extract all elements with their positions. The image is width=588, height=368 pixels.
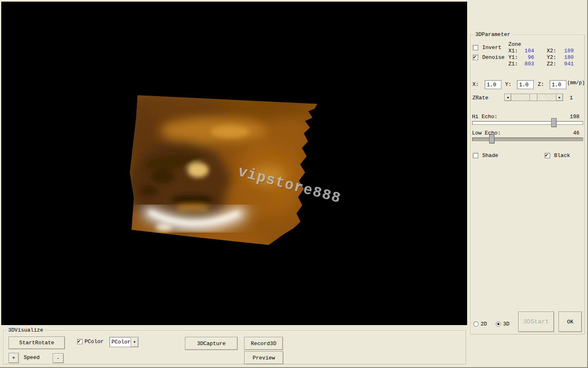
zone-y2-label: Y2: [547,54,556,61]
capture-button[interactable]: 3DCapture [185,337,238,350]
zone-x1-value: 104 [518,48,534,54]
param-groupbox: 3DParameter ✔ Invert ✔ Denoise Zone X1: … [470,35,585,334]
zone-z1-value: 803 [518,61,534,67]
ok-button[interactable]: OK [559,312,582,332]
zrate-left-arrow-icon[interactable]: ◄ [504,94,511,101]
low-echo-label: Low Echo: [472,130,501,136]
invert-checkbox[interactable]: ✔ [473,45,478,50]
start-rotate-button[interactable]: StartRotate [9,337,65,349]
denoise-label: Denoise [482,54,505,61]
x-scale-input[interactable] [485,80,501,89]
denoise-checkbox[interactable]: ✔ [473,55,478,60]
y-scale-label: Y: [505,81,512,88]
chevron-down-icon[interactable]: ▼ [131,337,138,347]
render-viewport[interactable]: vipstore888 [1,2,467,325]
ultrasound-volume [1,2,467,325]
zone-x1-label: X1: [508,48,518,54]
zrate-label: ZRate [472,95,488,101]
low-echo-thumb[interactable] [489,135,494,144]
check-icon: ✔ [473,54,476,60]
zone-x2-value: 189 [557,48,574,54]
scale-unit-label: (mm/p) [567,80,585,86]
pcolor-dropdown-value: PColor [110,339,131,345]
y-scale-input[interactable] [517,80,534,89]
pcolor-checkbox[interactable]: ✔ [77,339,82,344]
visualize-title: 3DVisualize [7,327,45,334]
record-button[interactable]: Record3D [244,337,283,350]
black-label: Black [554,153,570,159]
app-window: vipstore888 3DParameter ✔ Invert ✔ Denoi… [0,0,588,368]
zone-z2-value: 941 [557,61,574,67]
zone-y1-value: 96 [518,54,534,61]
hi-echo-track[interactable] [472,121,583,125]
zone-z2-label: Z2: [547,61,556,67]
zone-z1-label: Z1: [508,61,518,67]
z-scale-input[interactable] [550,80,566,89]
visualize-groupbox: 3DVisualize StartRotate + Speed - ✔ PCol… [3,330,466,364]
zone-y1-label: Y1: [508,54,518,61]
start3d-button[interactable]: 3DStart [518,312,554,332]
zone-y2-value: 180 [557,54,574,61]
check-icon: ✔ [78,338,80,344]
shade-checkbox[interactable]: ✔ [473,153,478,158]
preview-button[interactable]: Preview [244,351,283,364]
speed-minus-button[interactable]: - [53,353,64,363]
hi-echo-thumb[interactable] [551,118,557,127]
zrate-scrollbar[interactable]: ◄ ► [504,94,563,101]
mode-3d-radio[interactable] [496,321,501,327]
pcolor-check-label: PColor [85,339,104,345]
mode-2d-label: 2D [481,321,487,327]
zrate-value: 1 [570,95,573,101]
speed-plus-button[interactable]: + [9,353,19,363]
black-checkbox[interactable]: ✔ [545,153,550,158]
hi-echo-value: 198 [570,114,579,120]
zone-x2-label: X2: [547,48,556,54]
x-scale-label: X: [472,81,479,88]
param-title: 3DParameter [474,31,512,38]
speed-label: Speed [24,355,40,361]
low-echo-value: 46 [573,130,579,136]
check-icon: ✔ [545,152,548,158]
zrate-thumb[interactable] [530,94,537,101]
shade-label: Shade [482,153,498,159]
low-echo-track[interactable] [472,137,583,141]
zrate-right-arrow-icon[interactable]: ► [556,94,563,101]
mode-2d-radio[interactable] [473,321,479,327]
zone-title: Zone [508,41,521,47]
invert-label: Invert [482,45,501,51]
hi-echo-label: Hi Echo: [472,114,497,120]
z-scale-label: Z: [538,81,544,88]
mode-3d-label: 3D [503,321,510,327]
pcolor-dropdown[interactable]: PColor ▼ [109,337,138,347]
